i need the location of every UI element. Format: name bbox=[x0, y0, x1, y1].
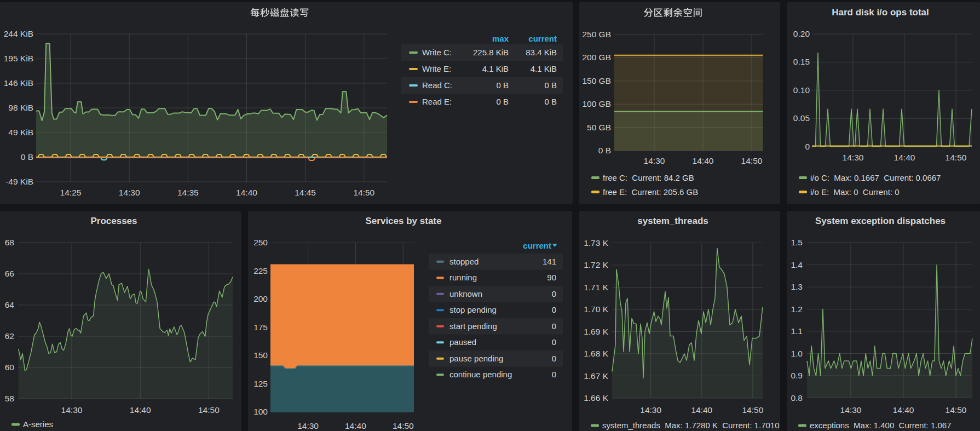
svg-text:1.5: 1.5 bbox=[791, 238, 803, 247]
svg-text:68: 68 bbox=[5, 238, 14, 247]
svg-text:146 KiB: 146 KiB bbox=[4, 78, 33, 88]
svg-text:100: 100 bbox=[253, 407, 268, 416]
svg-text:Write E:: Write E: bbox=[422, 64, 451, 73]
svg-text:14:40: 14:40 bbox=[236, 188, 257, 197]
svg-text:100 GB: 100 GB bbox=[582, 99, 611, 108]
svg-text:1.71 K: 1.71 K bbox=[584, 283, 608, 292]
svg-text:1.68 K: 1.68 K bbox=[584, 349, 608, 358]
svg-text:1.66 K: 1.66 K bbox=[584, 393, 608, 403]
svg-text:free C: Current: 84.2 GB: free C: Current: 84.2 GB bbox=[603, 173, 694, 182]
svg-text:98 KiB: 98 KiB bbox=[8, 103, 33, 112]
svg-text:0: 0 bbox=[805, 142, 810, 151]
svg-text:1.0: 1.0 bbox=[791, 349, 803, 358]
svg-text:49 KiB: 49 KiB bbox=[8, 128, 33, 137]
svg-text:1.73 K: 1.73 K bbox=[584, 238, 608, 248]
svg-text:14:40: 14:40 bbox=[693, 156, 714, 165]
svg-text:pause pending: pause pending bbox=[449, 354, 503, 363]
svg-text:150: 150 bbox=[253, 350, 268, 360]
svg-text:0 B: 0 B bbox=[544, 97, 557, 106]
svg-text:200: 200 bbox=[253, 294, 268, 303]
svg-text:0: 0 bbox=[552, 354, 556, 363]
svg-text:250: 250 bbox=[253, 238, 268, 247]
svg-text:14:40: 14:40 bbox=[893, 405, 914, 415]
svg-text:Read E:: Read E: bbox=[422, 97, 452, 106]
svg-text:14:35: 14:35 bbox=[177, 188, 199, 197]
svg-text:Write C:: Write C: bbox=[422, 48, 452, 57]
svg-text:0: 0 bbox=[552, 305, 556, 314]
svg-text:1.67 K: 1.67 K bbox=[584, 371, 608, 381]
svg-text:system_threads: system_threads bbox=[637, 216, 708, 226]
svg-text:14:50: 14:50 bbox=[393, 421, 414, 430]
svg-text:60: 60 bbox=[5, 363, 15, 372]
svg-text:stopped: stopped bbox=[449, 257, 479, 266]
svg-text:0.20: 0.20 bbox=[793, 29, 810, 38]
svg-text:150 GB: 150 GB bbox=[582, 76, 611, 85]
svg-text:A-series: A-series bbox=[23, 419, 53, 429]
svg-text:1.72 K: 1.72 K bbox=[584, 260, 608, 269]
svg-text:Processes: Processes bbox=[90, 216, 137, 226]
svg-text:0.05: 0.05 bbox=[793, 113, 810, 123]
svg-text:i/o C: Max: 0.1667 Current:: i/o C: Max: 0.1667 Current: 0.0667 bbox=[810, 173, 941, 182]
svg-text:0: 0 bbox=[552, 370, 556, 379]
svg-text:66: 66 bbox=[5, 269, 14, 278]
svg-text:start pending: start pending bbox=[449, 321, 497, 331]
svg-text:14:30: 14:30 bbox=[297, 421, 319, 430]
svg-text:0 B: 0 B bbox=[496, 81, 509, 90]
svg-text:14:45: 14:45 bbox=[295, 188, 316, 197]
svg-text:paused: paused bbox=[449, 337, 476, 347]
svg-text:14:50: 14:50 bbox=[742, 405, 764, 415]
svg-text:system_threads Max: 1.7280 K: system_threads Max: 1.7280 K Current: 1.… bbox=[602, 421, 780, 430]
svg-text:14:50: 14:50 bbox=[353, 188, 374, 197]
svg-text:1.70 K: 1.70 K bbox=[584, 304, 608, 314]
svg-text:free E: Current: 205.6 GB: free E: Current: 205.6 GB bbox=[603, 187, 698, 197]
svg-text:14:30: 14:30 bbox=[61, 405, 83, 415]
svg-text:0 B: 0 B bbox=[598, 146, 611, 155]
svg-text:1.1: 1.1 bbox=[791, 326, 803, 336]
svg-text:200 GB: 200 GB bbox=[582, 53, 611, 62]
svg-text:Hard disk i/o ops total: Hard disk i/o ops total bbox=[832, 7, 929, 18]
svg-text:1.2: 1.2 bbox=[791, 304, 803, 314]
svg-text:195 KiB: 195 KiB bbox=[4, 54, 33, 63]
svg-text:stop pending: stop pending bbox=[449, 305, 497, 314]
svg-text:14:40: 14:40 bbox=[894, 153, 915, 162]
svg-text:exceptions Max: 1.400 Curren: exceptions Max: 1.400 Current: 1.067 bbox=[810, 421, 951, 430]
svg-text:0.9: 0.9 bbox=[791, 371, 803, 380]
svg-text:0: 0 bbox=[552, 289, 556, 298]
svg-text:System exception dispatches: System exception dispatches bbox=[815, 216, 946, 226]
svg-text:14:40: 14:40 bbox=[130, 405, 151, 415]
svg-text:175: 175 bbox=[253, 323, 268, 332]
svg-text:14:30: 14:30 bbox=[840, 405, 862, 415]
svg-text:Read C:: Read C: bbox=[422, 81, 452, 90]
svg-text:14:30: 14:30 bbox=[640, 405, 661, 415]
svg-text:14:50: 14:50 bbox=[198, 405, 220, 415]
svg-text:0: 0 bbox=[552, 321, 556, 331]
svg-text:current: current bbox=[528, 34, 557, 43]
svg-text:14:30: 14:30 bbox=[644, 156, 665, 165]
svg-text:i/o E: Max: 0 Current: 0: i/o E: Max: 0 Current: 0 bbox=[810, 187, 900, 197]
svg-text:90: 90 bbox=[547, 273, 556, 282]
svg-text:14:50: 14:50 bbox=[946, 153, 967, 162]
svg-text:14:25: 14:25 bbox=[60, 188, 82, 197]
svg-text:running: running bbox=[449, 273, 477, 282]
svg-text:4.1 KiB: 4.1 KiB bbox=[531, 64, 557, 73]
svg-text:58: 58 bbox=[5, 394, 14, 403]
svg-text:141: 141 bbox=[543, 257, 556, 266]
svg-text:14:40: 14:40 bbox=[691, 405, 712, 415]
svg-text:current: current bbox=[523, 241, 551, 250]
svg-text:225: 225 bbox=[253, 266, 268, 275]
svg-text:14:50: 14:50 bbox=[741, 156, 763, 165]
svg-text:83.4 KiB: 83.4 KiB bbox=[526, 48, 557, 57]
svg-text:4.1 KiB: 4.1 KiB bbox=[482, 64, 509, 73]
svg-text:0.15: 0.15 bbox=[793, 57, 810, 66]
svg-text:0: 0 bbox=[552, 337, 556, 347]
svg-text:244 KiB: 244 KiB bbox=[4, 29, 33, 38]
svg-text:0.8: 0.8 bbox=[791, 393, 803, 403]
svg-text:unknown: unknown bbox=[449, 289, 482, 298]
svg-text:-49 KiB: -49 KiB bbox=[5, 177, 33, 186]
svg-text:0 B: 0 B bbox=[544, 81, 557, 90]
svg-text:14:30: 14:30 bbox=[119, 188, 140, 197]
svg-text:Services by state: Services by state bbox=[366, 216, 442, 226]
svg-text:max: max bbox=[492, 34, 509, 43]
svg-text:62: 62 bbox=[5, 331, 14, 341]
svg-text:14:50: 14:50 bbox=[946, 405, 967, 415]
